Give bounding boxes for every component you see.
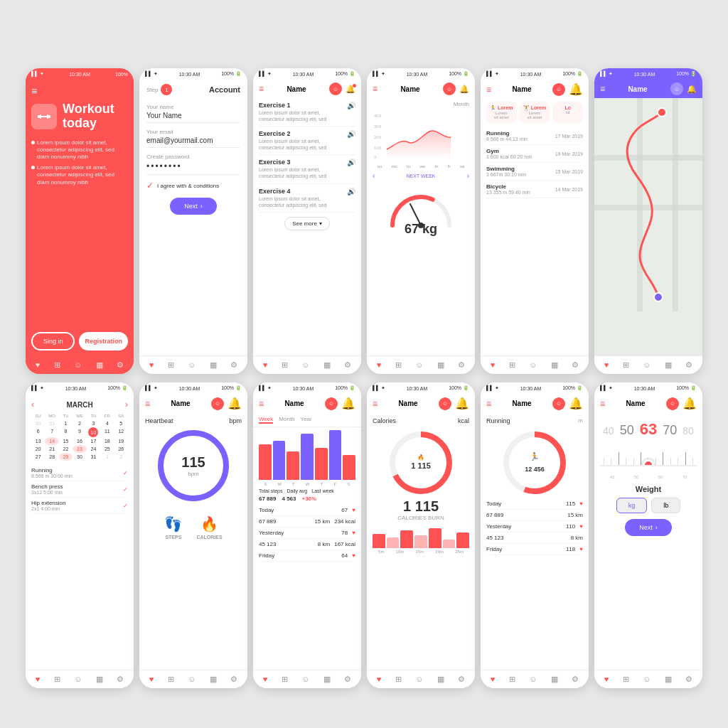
person-nav-2[interactable]: ☺: [188, 360, 196, 370]
settings-nav-10[interactable]: ⚙: [458, 675, 465, 684]
heart-nav-12[interactable]: ♥: [604, 675, 609, 684]
next-button[interactable]: Next ›: [170, 198, 217, 215]
heart-nav-5[interactable]: ♥: [491, 360, 496, 370]
person-nav-7[interactable]: ☺: [74, 675, 82, 684]
settings-nav-8[interactable]: ⚙: [230, 675, 237, 684]
weight-next-button[interactable]: Next ›: [625, 519, 672, 536]
barbell-nav-10[interactable]: ⊞: [395, 675, 402, 684]
signin-button[interactable]: Sing in: [31, 332, 75, 350]
person-nav-12[interactable]: ☺: [643, 675, 651, 684]
hamburger-6[interactable]: ≡: [600, 84, 605, 94]
settings-nav-9[interactable]: ⚙: [344, 675, 351, 684]
prev-month[interactable]: ‹: [31, 400, 34, 410]
prev-arrow[interactable]: ‹: [373, 172, 375, 180]
email-value[interactable]: email@yourmail.com: [146, 136, 240, 148]
ruler-selector-dot[interactable]: [643, 459, 654, 466]
password-field[interactable]: ••••••••: [146, 161, 240, 175]
kg-button[interactable]: kg: [616, 498, 648, 513]
selected-day[interactable]: 14: [45, 437, 58, 445]
week-tab[interactable]: Week: [259, 416, 273, 424]
hamburger-12[interactable]: ≡: [600, 399, 605, 409]
heart-nav-8[interactable]: ♥: [149, 675, 154, 684]
settings-nav-3[interactable]: ⚙: [344, 360, 351, 370]
heart-nav-2[interactable]: ♥: [149, 360, 154, 370]
barbell-nav-icon[interactable]: ⊞: [54, 360, 60, 370]
speaker-3[interactable]: 🔊: [347, 159, 355, 166]
hamburger-5[interactable]: ≡: [486, 85, 491, 95]
barbell-nav-5[interactable]: ⊞: [509, 360, 515, 370]
calendar-nav-12[interactable]: ▦: [665, 675, 672, 684]
settings-nav-2[interactable]: ⚙: [230, 360, 237, 370]
heart-nav-10[interactable]: ♥: [377, 675, 382, 684]
hamburger-10[interactable]: ≡: [373, 399, 378, 409]
person-nav-11[interactable]: ☺: [529, 675, 537, 684]
person-nav-3[interactable]: ☺: [301, 360, 309, 370]
speaker-1[interactable]: 🔊: [347, 102, 355, 109]
calendar-nav-5[interactable]: ▦: [551, 360, 558, 370]
settings-nav-7[interactable]: ⚙: [117, 675, 124, 684]
heart-nav-11[interactable]: ♥: [491, 675, 496, 684]
today-marker[interactable]: 10: [88, 427, 98, 437]
heart-nav-6[interactable]: ♥: [604, 360, 609, 370]
bell-icon-3[interactable]: 🔔: [346, 85, 355, 94]
barbell-nav-4[interactable]: ⊞: [395, 360, 402, 370]
bell-icon-12[interactable]: 🔔: [682, 397, 697, 410]
year-tab[interactable]: Year: [301, 416, 312, 424]
barbell-nav-3[interactable]: ⊞: [282, 360, 288, 370]
bell-icon-6[interactable]: 🔔: [687, 85, 697, 94]
calendar-nav-6[interactable]: ▦: [665, 360, 672, 370]
name-value[interactable]: Your Name: [146, 112, 240, 123]
bell-icon-8[interactable]: 🔔: [228, 397, 242, 410]
calendar-nav-10[interactable]: ▦: [437, 675, 444, 684]
settings-nav-12[interactable]: ⚙: [685, 675, 692, 684]
person-nav-6[interactable]: ☺: [643, 360, 651, 370]
bell-icon-10[interactable]: 🔔: [455, 397, 469, 410]
hamburger-3[interactable]: ≡: [259, 84, 264, 94]
settings-nav-icon[interactable]: ⚙: [117, 360, 124, 370]
hamburger-9[interactable]: ≡: [259, 399, 264, 409]
see-more-button[interactable]: See more ▾: [284, 217, 330, 230]
calendar-nav-9[interactable]: ▦: [323, 675, 331, 684]
person-nav-4[interactable]: ☺: [415, 360, 423, 370]
person-nav-icon[interactable]: ☺: [74, 360, 82, 370]
barbell-nav-7[interactable]: ⊞: [54, 675, 60, 684]
calendar-nav-11[interactable]: ▦: [551, 675, 558, 684]
calendar-nav-7[interactable]: ▦: [96, 675, 103, 684]
hamburger-4[interactable]: ≡: [373, 84, 378, 94]
next-month[interactable]: ›: [125, 400, 128, 410]
hamburger-icon[interactable]: ≡: [31, 85, 128, 97]
person-nav-10[interactable]: ☺: [415, 675, 423, 684]
person-nav-8[interactable]: ☺: [188, 675, 196, 684]
settings-nav-5[interactable]: ⚙: [572, 360, 579, 370]
barbell-nav-2[interactable]: ⊞: [168, 360, 174, 370]
heart-nav-9[interactable]: ♥: [263, 675, 268, 684]
settings-nav-11[interactable]: ⚙: [572, 675, 579, 684]
bell-icon-5[interactable]: 🔔: [569, 82, 583, 96]
barbell-nav-9[interactable]: ⊞: [282, 675, 288, 684]
heart-nav-4[interactable]: ♥: [377, 360, 382, 370]
speaker-4[interactable]: 🔊: [347, 188, 355, 196]
speaker-2[interactable]: 🔊: [347, 130, 355, 138]
barbell-nav-8[interactable]: ⊞: [168, 675, 174, 684]
person-nav-9[interactable]: ☺: [301, 675, 309, 684]
settings-nav-4[interactable]: ⚙: [458, 360, 465, 370]
settings-nav-6[interactable]: ⚙: [685, 360, 692, 370]
month-tab[interactable]: Month: [279, 416, 294, 424]
hamburger-11[interactable]: ≡: [486, 399, 491, 409]
barbell-nav-6[interactable]: ⊞: [623, 360, 629, 370]
bell-icon-4[interactable]: 🔔: [459, 85, 469, 94]
next-arrow[interactable]: ›: [467, 172, 469, 180]
heart-nav-icon[interactable]: ♥: [36, 360, 41, 370]
calendar-nav-8[interactable]: ▦: [210, 675, 217, 684]
calendar-nav-icon[interactable]: ▦: [96, 360, 103, 370]
calendar-nav-4[interactable]: ▦: [437, 360, 444, 370]
heart-nav-7[interactable]: ♥: [36, 675, 41, 684]
barbell-nav-11[interactable]: ⊞: [509, 675, 515, 684]
person-nav-5[interactable]: ☺: [529, 360, 537, 370]
heart-nav-3[interactable]: ♥: [263, 360, 268, 370]
bell-icon-9[interactable]: 🔔: [341, 397, 355, 410]
bell-icon-11[interactable]: 🔔: [569, 397, 583, 410]
barbell-nav-12[interactable]: ⊞: [623, 675, 629, 684]
lb-button[interactable]: lb: [651, 498, 680, 513]
register-button[interactable]: Registration: [79, 332, 128, 350]
